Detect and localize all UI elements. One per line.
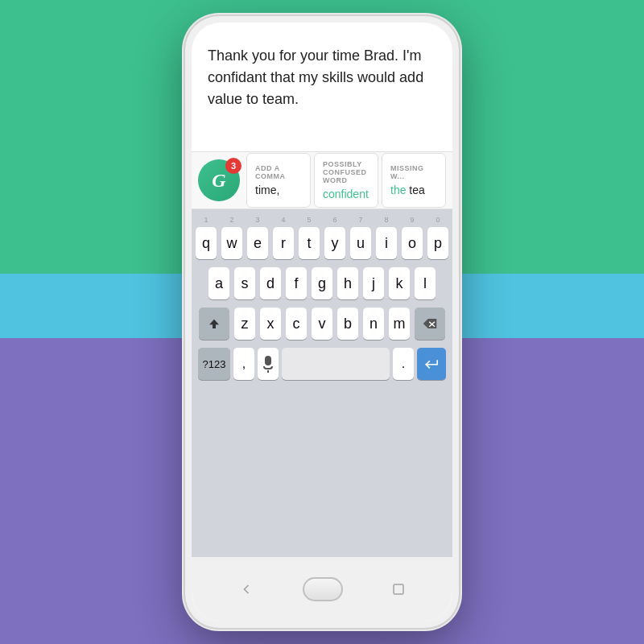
- key-i[interactable]: i: [376, 227, 397, 259]
- mic-stand: [263, 366, 273, 369]
- recent-apps-button[interactable]: [391, 582, 406, 597]
- message-area: Thank you for your time Brad. I'm confid…: [192, 23, 452, 151]
- key-n[interactable]: n: [363, 308, 384, 340]
- card-missing-word-suggestion: the tea: [390, 184, 437, 196]
- phone-bottom-nav: [192, 557, 452, 621]
- key-v[interactable]: v: [312, 308, 332, 340]
- card-missing-word[interactable]: MISSING W... the tea: [382, 153, 446, 208]
- key-m[interactable]: m: [389, 308, 410, 340]
- key-x[interactable]: x: [260, 308, 281, 340]
- mic-key[interactable]: [258, 348, 279, 380]
- card-confused-word-suggestion: confident: [323, 188, 369, 200]
- key-f[interactable]: f: [286, 267, 307, 299]
- return-icon: [423, 357, 440, 370]
- grammarly-g-letter: G: [212, 171, 225, 190]
- back-button[interactable]: [238, 581, 254, 597]
- card-add-comma[interactable]: ADD A COMMA time,: [246, 153, 311, 208]
- key-h[interactable]: h: [337, 267, 358, 299]
- key-s[interactable]: s: [234, 267, 255, 299]
- home-button[interactable]: [303, 577, 343, 601]
- key-w[interactable]: w: [221, 227, 242, 259]
- card-add-comma-label: ADD A COMMA: [255, 164, 302, 180]
- hint-2: 2: [221, 216, 242, 224]
- keyboard-row-1: q w e r t y u i o p: [195, 227, 449, 259]
- card-add-comma-suggestion: time,: [255, 184, 302, 196]
- hint-7: 7: [350, 216, 371, 224]
- keyboard-row-3: z x c v b n m: [195, 308, 449, 340]
- backspace-key[interactable]: [415, 308, 445, 340]
- key-y[interactable]: y: [324, 227, 345, 259]
- key-u[interactable]: u: [350, 227, 371, 259]
- hint-8: 8: [376, 216, 397, 224]
- keyboard-row-2: a s d f g h j k l: [195, 267, 449, 299]
- hint-5: 5: [299, 216, 320, 224]
- suggestion-bar[interactable]: G 3 ADD A COMMA time, POSSIBLY CONFUSED …: [192, 151, 452, 209]
- card-confused-word-label: POSSIBLY CONFUSED WORD: [323, 160, 369, 184]
- svg-rect-3: [394, 584, 403, 594]
- keyboard: 1 2 3 4 5 6 7 8 9 0 q w e r t: [192, 209, 452, 557]
- key-q[interactable]: q: [196, 227, 217, 259]
- symbol-key[interactable]: ?123: [198, 348, 230, 380]
- key-z[interactable]: z: [234, 308, 255, 340]
- key-r[interactable]: r: [273, 227, 294, 259]
- hint-0: 0: [427, 216, 448, 224]
- key-k[interactable]: k: [389, 267, 410, 299]
- grammarly-icon[interactable]: G 3: [198, 159, 240, 201]
- key-e[interactable]: e: [247, 227, 268, 259]
- hint-9: 9: [402, 216, 423, 224]
- shift-icon: [208, 317, 221, 330]
- key-b[interactable]: b: [337, 308, 358, 340]
- missing-word-highlight: the: [390, 184, 406, 196]
- mic-body: [265, 356, 271, 365]
- svg-rect-0: [213, 328, 216, 328]
- suggestion-cards: ADD A COMMA time, POSSIBLY CONFUSED WORD…: [246, 153, 446, 208]
- phone-screen: Thank you for your time Brad. I'm confid…: [192, 23, 452, 621]
- mic-icon: [263, 356, 273, 373]
- key-j[interactable]: j: [363, 267, 384, 299]
- hint-4: 4: [273, 216, 294, 224]
- period-key[interactable]: .: [393, 348, 414, 380]
- backspace-icon: [423, 318, 437, 329]
- hint-3: 3: [247, 216, 268, 224]
- key-c[interactable]: c: [286, 308, 307, 340]
- key-l[interactable]: l: [415, 267, 436, 299]
- key-a[interactable]: a: [208, 267, 229, 299]
- key-t[interactable]: t: [299, 227, 320, 259]
- key-g[interactable]: g: [312, 267, 332, 299]
- key-o[interactable]: o: [402, 227, 423, 259]
- grammarly-badge: 3: [225, 158, 242, 174]
- key-p[interactable]: p: [427, 227, 448, 259]
- mic-base: [267, 370, 269, 373]
- hint-6: 6: [324, 216, 345, 224]
- key-d[interactable]: d: [260, 267, 281, 299]
- card-missing-word-label: MISSING W...: [390, 164, 437, 180]
- return-key[interactable]: [417, 348, 446, 380]
- hint-1: 1: [196, 216, 217, 224]
- shift-key[interactable]: [199, 308, 229, 340]
- phone-shell: Thank you for your time Brad. I'm confid…: [185, 16, 459, 628]
- keyboard-row-bottom: ?123 , .: [195, 348, 449, 380]
- space-key[interactable]: [282, 348, 390, 380]
- key-hint-row: 1 2 3 4 5 6 7 8 9 0: [195, 216, 449, 224]
- card-confused-word[interactable]: POSSIBLY CONFUSED WORD confident: [314, 153, 378, 208]
- message-text: Thank you for your time Brad. I'm confid…: [208, 45, 436, 110]
- comma-key[interactable]: ,: [233, 348, 254, 380]
- screen-content: Thank you for your time Brad. I'm confid…: [192, 23, 452, 557]
